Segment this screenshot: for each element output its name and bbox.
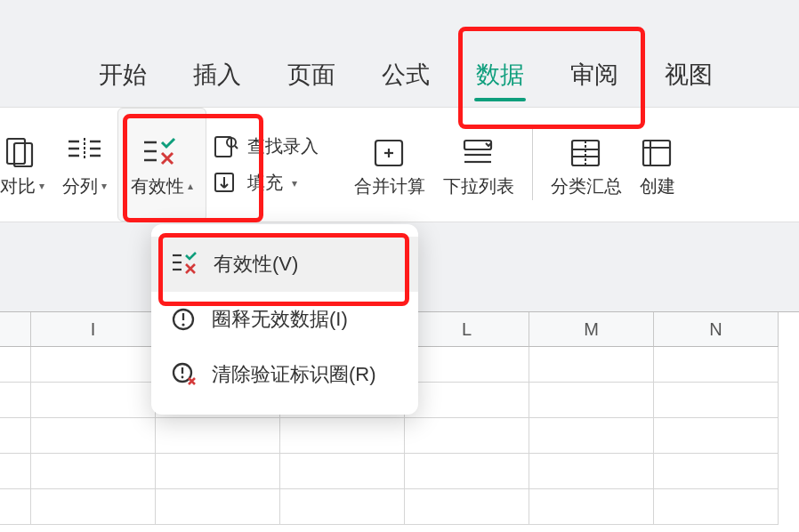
cell[interactable]: [31, 454, 156, 489]
cell[interactable]: [156, 454, 280, 489]
col-header-i[interactable]: I: [31, 312, 156, 347]
cell[interactable]: [405, 347, 529, 383]
cell[interactable]: [405, 418, 529, 454]
compare-icon: [6, 132, 38, 174]
fill-label: 填充: [247, 171, 283, 195]
menu-item-validity[interactable]: 有效性(V): [151, 237, 418, 292]
merge-calc-icon: [372, 132, 408, 174]
tab-formula[interactable]: 公式: [376, 50, 435, 100]
grid-row: [0, 454, 799, 489]
compare-label: 对比: [0, 174, 36, 198]
col-header-l[interactable]: L: [405, 312, 529, 347]
divider: [532, 129, 533, 200]
cell[interactable]: [405, 383, 529, 418]
chevron-down-icon: ▾: [292, 177, 297, 189]
entry-fill-group: 查找录入 填充 ▾: [208, 108, 324, 222]
svg-rect-22: [572, 141, 599, 165]
cell[interactable]: [529, 347, 654, 383]
clear-circles-icon: [171, 362, 198, 387]
chevron-down-icon: ▾: [101, 180, 107, 192]
col-header-m[interactable]: M: [529, 312, 654, 347]
cell[interactable]: [529, 454, 654, 489]
svg-line-14: [235, 146, 238, 149]
find-entry-label: 查找录入: [247, 134, 319, 158]
chevron-up-icon: ▴: [188, 180, 193, 192]
tab-review[interactable]: 审阅: [565, 50, 624, 100]
menu-tabs: 开始 插入 页面 公式 数据 审阅 视图: [0, 0, 799, 107]
svg-rect-26: [643, 141, 670, 165]
cell[interactable]: [0, 454, 31, 489]
cell[interactable]: [654, 454, 779, 489]
cell[interactable]: [654, 347, 779, 383]
fill-icon: [214, 172, 238, 195]
menu-item-validity-label: 有效性(V): [214, 251, 298, 278]
cell[interactable]: [31, 418, 156, 454]
cell[interactable]: [31, 383, 156, 418]
tab-view[interactable]: 视图: [659, 50, 718, 100]
cell[interactable]: [654, 489, 779, 525]
tab-page[interactable]: 页面: [282, 50, 341, 100]
validity-icon: [142, 132, 182, 174]
cell[interactable]: [0, 489, 31, 525]
create-group-icon: [640, 132, 675, 174]
cell[interactable]: [280, 489, 405, 525]
cell[interactable]: [529, 489, 654, 525]
col-header[interactable]: [0, 312, 31, 347]
circle-invalid-icon: [171, 307, 198, 332]
subtotal-icon: [569, 132, 604, 174]
svg-point-34: [182, 323, 184, 326]
cell[interactable]: [280, 454, 405, 489]
svg-point-37: [182, 376, 184, 379]
cell[interactable]: [156, 489, 280, 525]
subtotal-button[interactable]: 分类汇总: [542, 108, 631, 222]
merge-calc-button[interactable]: 合并计算: [345, 108, 434, 222]
ribbon-toolbar: 对比▾ 分列▾ 有效性▴ 查找录入: [0, 107, 799, 222]
dropdown-list-label: 下拉列表: [443, 174, 514, 198]
cell[interactable]: [31, 489, 156, 525]
cell[interactable]: [156, 418, 280, 454]
cell[interactable]: [31, 347, 156, 383]
tab-insert[interactable]: 插入: [188, 50, 246, 100]
menu-item-clear-circles[interactable]: 清除验证标识圈(R): [151, 347, 418, 402]
dropdown-list-icon: [461, 132, 496, 174]
menu-item-clear-label: 清除验证标识圈(R): [212, 361, 376, 388]
find-entry-icon: [214, 135, 238, 158]
create-group-label: 创建: [640, 174, 675, 198]
cell[interactable]: [0, 418, 31, 454]
cell[interactable]: [405, 489, 529, 525]
tab-start[interactable]: 开始: [93, 50, 152, 100]
cell[interactable]: [529, 418, 654, 454]
validity-label: 有效性: [131, 174, 184, 198]
cell[interactable]: [529, 383, 654, 418]
create-group-button[interactable]: 创建: [631, 108, 684, 222]
split-columns-button[interactable]: 分列▾: [53, 108, 116, 222]
cell[interactable]: [654, 383, 779, 418]
cell[interactable]: [405, 454, 529, 489]
fill-button[interactable]: 填充 ▾: [214, 171, 319, 195]
cell[interactable]: [654, 418, 779, 454]
cell[interactable]: [280, 418, 405, 454]
validity-dropdown-menu: 有效性(V) 圈释无效数据(I) 清除验证标识圈(R): [151, 224, 418, 415]
chevron-down-icon: ▾: [39, 180, 44, 192]
find-entry-button[interactable]: 查找录入: [214, 134, 319, 158]
cell[interactable]: [0, 347, 31, 383]
grid-row: [0, 489, 799, 525]
menu-item-circle-invalid[interactable]: 圈释无效数据(I): [151, 292, 418, 347]
tab-data[interactable]: 数据: [471, 50, 529, 100]
cell[interactable]: [0, 383, 31, 418]
menu-item-circle-label: 圈释无效数据(I): [212, 306, 348, 333]
col-header-n[interactable]: N: [654, 312, 779, 347]
grid-row: [0, 418, 799, 454]
compare-button[interactable]: 对比▾: [0, 108, 53, 222]
dropdown-list-button[interactable]: 下拉列表: [434, 108, 523, 222]
validity-icon: [171, 252, 199, 277]
split-columns-icon: [67, 132, 102, 174]
validity-button[interactable]: 有效性▴: [117, 108, 206, 222]
split-columns-label: 分列: [62, 174, 98, 198]
subtotal-label: 分类汇总: [551, 174, 622, 198]
merge-calc-label: 合并计算: [354, 174, 425, 198]
